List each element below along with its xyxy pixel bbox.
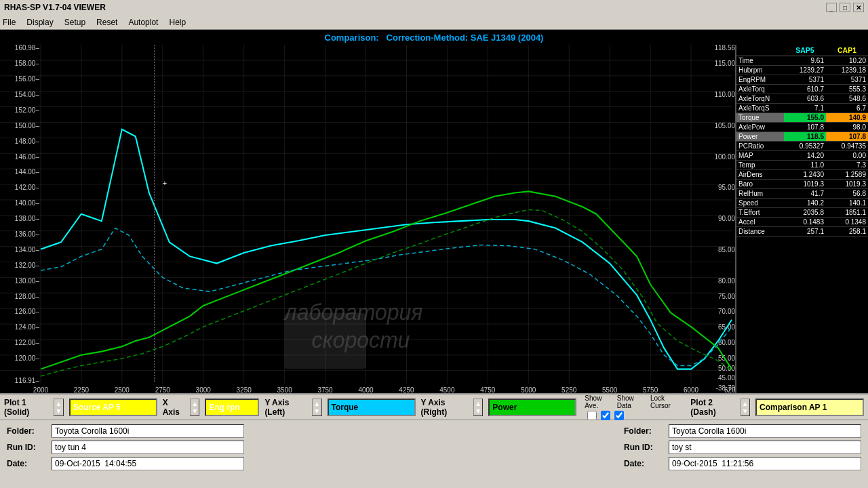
plot2-label: Plot 2 (Dash) [690, 398, 734, 417]
svg-text:126.00–: 126.00– [15, 308, 39, 315]
minimize-button[interactable]: _ [826, 3, 837, 12]
row-label: Hubrpm [736, 66, 784, 75]
menu-file[interactable]: File [3, 18, 16, 27]
row-label: Accel [736, 218, 784, 227]
svg-text:158.00–: 158.00– [15, 60, 39, 67]
close-button[interactable]: ✕ [853, 3, 864, 12]
xaxis-label: X Axis [163, 398, 184, 417]
folder2-label: Folder: [624, 426, 665, 436]
title-bar: RHAS-SP V1.7-04 VIEWER _ □ ✕ [0, 0, 868, 15]
row-cap1-value: 140.1 [826, 199, 868, 208]
svg-text:134.00–: 134.00– [15, 246, 39, 253]
right-panel-row: Time9.6110.20 [736, 56, 868, 66]
row-cap1-value: 548.6 [826, 94, 868, 104]
svg-text:144.00–: 144.00– [15, 168, 39, 176]
menu-reset[interactable]: Reset [96, 18, 117, 27]
svg-text:150.00–: 150.00– [15, 122, 39, 129]
source-prev-button[interactable]: ▲▼ [54, 399, 63, 416]
right-panel-row: Distance257.1258.1 [736, 227, 868, 237]
row-sap5-value: 41.7 [784, 189, 826, 199]
row-cap1-value: 258.1 [826, 227, 868, 237]
svg-text:75.00: 75.00 [718, 292, 735, 300]
lock-cursor-checkbox[interactable] [614, 411, 624, 420]
lock-cursor-label: Lock Cursor [650, 394, 682, 409]
svg-text:130.00–: 130.00– [15, 277, 39, 285]
row-label: RelHum [736, 189, 784, 199]
row-label: Distance [736, 227, 784, 237]
row-sap5-value: 2035.8 [784, 208, 826, 218]
row-label: Speed [736, 199, 784, 208]
row-sap5-value: 603.6 [784, 94, 826, 104]
svg-text:136.00–: 136.00– [15, 230, 39, 238]
svg-text:132.00–: 132.00– [15, 262, 39, 269]
runid-input[interactable] [52, 441, 244, 454]
right-panel-row: AirDens1.24301.2589 [736, 170, 868, 180]
svg-text:+: + [163, 179, 167, 187]
yaxis-right-select[interactable]: Power [488, 399, 576, 416]
right-panel-row: RelHum41.756.8 [736, 189, 868, 199]
title-bar-controls: _ □ ✕ [826, 3, 864, 12]
row-sap5-value: 7.1 [784, 104, 826, 113]
plot1-label: Plot 1 (Solid) [4, 398, 48, 417]
svg-text:85.00: 85.00 [718, 246, 735, 253]
yaxis-right-label: Y Axis (Right) [421, 398, 468, 417]
main-area: Torque Nm Power PS [0, 45, 868, 393]
xaxis-select[interactable]: Eng rpn [205, 399, 259, 416]
svg-text:4500: 4500 [439, 386, 455, 393]
menu-autoplot[interactable]: Autoplot [128, 18, 158, 27]
row-label: MAP [736, 151, 784, 161]
show-data-checkbox[interactable] [601, 411, 610, 420]
svg-text:80.00: 80.00 [718, 277, 735, 285]
row-label: Temp [736, 161, 784, 170]
row-sap5-value: 14.20 [784, 151, 826, 161]
row-label: EngRPM [736, 75, 784, 85]
right-panel-row: Accel0.14830.1348 [736, 218, 868, 227]
yaxis-right-prev-button[interactable]: ▲▼ [473, 399, 483, 416]
controls-row: Plot 1 (Solid) ▲▼ Source AP 5 X Axis ▲▼ … [0, 394, 868, 420]
svg-text:105.00: 105.00 [714, 122, 735, 129]
bottom-area: Plot 1 (Solid) ▲▼ Source AP 5 X Axis ▲▼ … [0, 393, 868, 488]
right-panel-row: Power118.5107.8 [736, 132, 868, 142]
svg-text:2750: 2750 [155, 386, 171, 393]
runid2-label: Run ID: [624, 443, 665, 452]
right-panel-body: Time9.6110.20Hubrpm1239.271239.18EngRPM5… [736, 56, 868, 237]
row-sap5-value: 1.2430 [784, 170, 826, 180]
svg-text:152.00–: 152.00– [15, 106, 39, 114]
folder-input[interactable] [52, 424, 244, 438]
xaxis-prev-button[interactable]: ▲▼ [190, 399, 199, 416]
runid2-input[interactable] [669, 441, 861, 454]
yaxis-left-prev-button[interactable]: ▲▼ [312, 399, 321, 416]
folder2-input[interactable] [669, 424, 861, 438]
row-label: Baro [736, 180, 784, 189]
row-sap5-value: 140.2 [784, 199, 826, 208]
col-header-label [736, 45, 784, 56]
row-cap1-value: 1239.18 [826, 66, 868, 75]
date2-input[interactable] [669, 457, 861, 470]
right-panel-row: Temp11.07.3 [736, 161, 868, 170]
row-cap1-value: 98.0 [826, 123, 868, 132]
comparison-select[interactable]: Comparison AP 1 [755, 399, 864, 416]
info-col-left: Folder: Run ID: Date: [7, 424, 244, 470]
menu-help[interactable]: Help [169, 18, 186, 27]
yaxis-left-label: Y Axis (Left) [264, 398, 307, 417]
menu-display[interactable]: Display [26, 18, 53, 27]
svg-text:6200: 6200 [724, 386, 735, 393]
source-select[interactable]: Source AP 5 [69, 399, 157, 416]
row-cap1-value: 1.2589 [826, 170, 868, 180]
row-label: Time [736, 56, 784, 66]
show-ave-label: Show Ave. [585, 394, 612, 409]
svg-text:118.56: 118.56 [714, 45, 735, 52]
row-label: AxlePow [736, 123, 784, 132]
row-sap5-value: 1019.3 [784, 180, 826, 189]
date-input[interactable] [52, 457, 244, 470]
comparison-prev-button[interactable]: ▲▼ [741, 399, 750, 416]
menu-setup[interactable]: Setup [64, 18, 85, 27]
show-ave-checkbox[interactable] [587, 411, 597, 420]
maximize-button[interactable]: □ [840, 3, 850, 12]
date2-label: Date: [624, 459, 665, 468]
svg-text:6000: 6000 [684, 386, 699, 393]
folder-row: Folder: [7, 424, 244, 438]
date2-row: Date: [624, 457, 861, 470]
yaxis-left-select[interactable]: Torque [328, 399, 416, 416]
svg-text:60.00: 60.00 [718, 339, 735, 346]
